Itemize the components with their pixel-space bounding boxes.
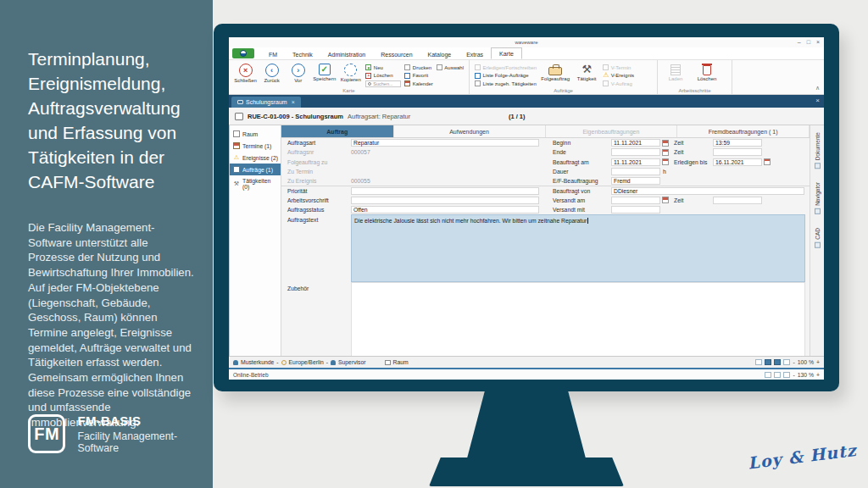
arbeitsvorschrift-input[interactable] bbox=[351, 197, 539, 204]
search-input[interactable]: Suchen... bbox=[365, 80, 401, 87]
zoom-out-button[interactable]: - bbox=[793, 372, 794, 378]
separator: - bbox=[326, 359, 328, 365]
menu-tab-kataloge[interactable]: Kataloge bbox=[420, 49, 459, 59]
beauftragt-von-input[interactable]: DDiesner bbox=[611, 187, 804, 195]
view-mode-icon[interactable] bbox=[783, 372, 790, 378]
menu-tab-karte[interactable]: Karte bbox=[491, 47, 522, 59]
view-mode-icon[interactable] bbox=[774, 372, 781, 378]
menu-tab-technik[interactable]: Technik bbox=[285, 49, 320, 59]
v-ereignis-button[interactable]: ⚠ V-Ereignis bbox=[603, 73, 634, 79]
record-title: RUE-C-01-009 - Schulungsraum bbox=[248, 113, 343, 120]
prioritaet-input[interactable] bbox=[351, 187, 539, 195]
menu-tab-ressourcen[interactable]: Ressourcen bbox=[373, 49, 420, 59]
tab-aufwendungen[interactable]: Aufwendungen bbox=[394, 125, 546, 137]
calendar-icon[interactable] bbox=[662, 140, 669, 147]
auftragsstatus-input[interactable]: Offen bbox=[351, 206, 539, 214]
sidebar-item-termine[interactable]: Termine (1) bbox=[230, 140, 281, 152]
v-termin-button[interactable]: V-Termin bbox=[603, 64, 634, 70]
loeschen-button[interactable]: × Löschen bbox=[365, 73, 401, 79]
view-mode-icon[interactable] bbox=[783, 359, 790, 365]
tab-fremdbeauftragungen[interactable]: Fremdbeauftragungen ( 1) bbox=[677, 125, 810, 137]
view-close-button[interactable]: × bbox=[815, 97, 820, 104]
side-tab-label: CAD bbox=[815, 228, 821, 240]
schliessen-button[interactable]: × Schließen bbox=[232, 62, 259, 86]
versandt-mit-input[interactable] bbox=[611, 206, 660, 214]
auswahl-button[interactable]: Auswahl bbox=[437, 64, 464, 70]
menu-tab-administration[interactable]: Administration bbox=[320, 49, 373, 59]
content-area: Raum Termine (1) ⚠ Ereignisse (2) Aufträ… bbox=[229, 125, 824, 356]
folgeauftrag-button[interactable]: Folgeauftrag bbox=[538, 62, 572, 86]
beginn-zeit-input[interactable]: 13:59 bbox=[713, 139, 762, 147]
zoom-out-button[interactable]: - bbox=[793, 359, 794, 365]
hammer-icon: ⚒ bbox=[581, 64, 592, 75]
ende-zeit-input[interactable] bbox=[713, 148, 762, 156]
view-mode-icon[interactable] bbox=[755, 359, 762, 365]
loy-hutz-logo: Loy & Hutz bbox=[747, 440, 867, 473]
kopieren-label: Kopieren bbox=[341, 77, 361, 82]
calendar-icon[interactable] bbox=[662, 197, 669, 203]
tab-close-icon[interactable]: × bbox=[292, 99, 295, 105]
vor-button[interactable]: › Vor bbox=[285, 62, 311, 86]
kalender-button[interactable]: Kalender bbox=[404, 80, 433, 86]
ef-beauftragung-input[interactable]: Fremd bbox=[611, 177, 660, 185]
app-logo-button[interactable] bbox=[232, 48, 254, 58]
erledigen-bis-input[interactable]: 16.11.2021 bbox=[713, 158, 762, 166]
side-tab-cad[interactable]: CAD bbox=[815, 228, 821, 248]
view-mode-icon[interactable] bbox=[765, 372, 771, 378]
sidebar-item-auftraege[interactable]: Aufträge (1) bbox=[230, 164, 281, 175]
v-auftrag-button[interactable]: V-Auftrag bbox=[603, 80, 634, 86]
sidebar-item-raum[interactable]: Raum bbox=[230, 128, 281, 140]
view-mode-icon[interactable] bbox=[774, 359, 781, 365]
zurueck-button[interactable]: ‹ Zurück bbox=[259, 62, 285, 86]
field-label: Auftragsart bbox=[281, 140, 351, 146]
view-mode-icon[interactable] bbox=[765, 359, 771, 365]
sidebar-item-ereignisse[interactable]: ⚠ Ereignisse (2) bbox=[230, 152, 281, 164]
auftragstext-textarea[interactable]: Die elektrische Jalousie lässt sich nich… bbox=[351, 214, 805, 282]
auftragsart-input[interactable]: Reparatur bbox=[351, 139, 539, 147]
sidebar-item-taetigkeiten[interactable]: ⚒ Tätigkeiten (0) bbox=[230, 175, 281, 192]
collapse-ribbon-button[interactable]: ∧ bbox=[815, 85, 820, 92]
drucken-button[interactable]: Drucken bbox=[404, 64, 433, 70]
maximize-button[interactable]: □ bbox=[807, 38, 810, 47]
close-button[interactable]: × bbox=[816, 38, 820, 47]
side-tab-navigator[interactable]: Navigator bbox=[815, 182, 821, 214]
tab-eigenbeauftragungen[interactable]: Eigenbeauftragungen bbox=[546, 125, 678, 137]
liste-taetigkeiten-button[interactable]: Liste zugeh. Tätigkeiten bbox=[475, 80, 537, 86]
dauer-input[interactable] bbox=[611, 168, 660, 175]
menu-tab-fm[interactable]: FM bbox=[261, 49, 285, 59]
calendar-icon[interactable] bbox=[662, 158, 669, 165]
liste-folge-auftraege-button[interactable]: Liste Folge-Aufträge bbox=[475, 73, 537, 79]
ribbon-group-arbeitsschritte: Laden Löschen Arbeitsschritte bbox=[658, 60, 732, 94]
favorit-button[interactable]: Favorit bbox=[404, 73, 433, 79]
field-label: Beginn bbox=[547, 140, 611, 146]
zoom-in-button[interactable]: + bbox=[816, 372, 820, 378]
kopieren-button[interactable]: Kopieren bbox=[337, 62, 364, 86]
versandt-zeit-input[interactable] bbox=[713, 197, 762, 204]
status-module[interactable]: Raum bbox=[393, 359, 409, 365]
document-tab-schulungsraum[interactable]: Schulungsraum × bbox=[231, 97, 301, 108]
zubehoer-textarea[interactable] bbox=[351, 282, 805, 356]
tab-auftrag[interactable]: Auftrag bbox=[281, 125, 394, 137]
erledigen-button[interactable]: Erledigen/Fortschreiben bbox=[475, 64, 537, 70]
beauftragt-am-input[interactable]: 11.11.2021 bbox=[611, 158, 660, 166]
v-termin-label: V-Termin bbox=[611, 65, 632, 70]
minimize-button[interactable]: – bbox=[798, 38, 801, 47]
neu-button[interactable]: ● Neu bbox=[365, 64, 401, 70]
laden-button[interactable]: Laden bbox=[661, 62, 690, 86]
status-user[interactable]: Supervisor bbox=[338, 359, 366, 365]
calendar-icon[interactable] bbox=[764, 158, 771, 165]
taetigkeit-button[interactable]: ⚒ Tätigkeit bbox=[572, 62, 601, 86]
status-timezone[interactable]: Europe/Berlin bbox=[289, 359, 324, 365]
monitor-stand-base bbox=[429, 458, 624, 486]
calendar-icon[interactable] bbox=[662, 149, 669, 156]
versandt-am-input[interactable] bbox=[611, 197, 660, 204]
sidebar-label: Termine (1) bbox=[242, 143, 271, 149]
ende-input[interactable] bbox=[611, 148, 660, 156]
status-client[interactable]: Musterkunde bbox=[241, 359, 274, 365]
beginn-input[interactable]: 11.11.2021 bbox=[611, 139, 660, 147]
zoom-in-button[interactable]: + bbox=[816, 359, 820, 365]
speichern-button[interactable]: ✓ Speichern bbox=[311, 62, 337, 86]
loeschen-arbeitsschritt-button[interactable]: Löschen bbox=[690, 62, 724, 86]
menu-tab-extras[interactable]: Extras bbox=[459, 49, 491, 59]
side-tab-dokumente[interactable]: Dokumente bbox=[815, 132, 821, 169]
